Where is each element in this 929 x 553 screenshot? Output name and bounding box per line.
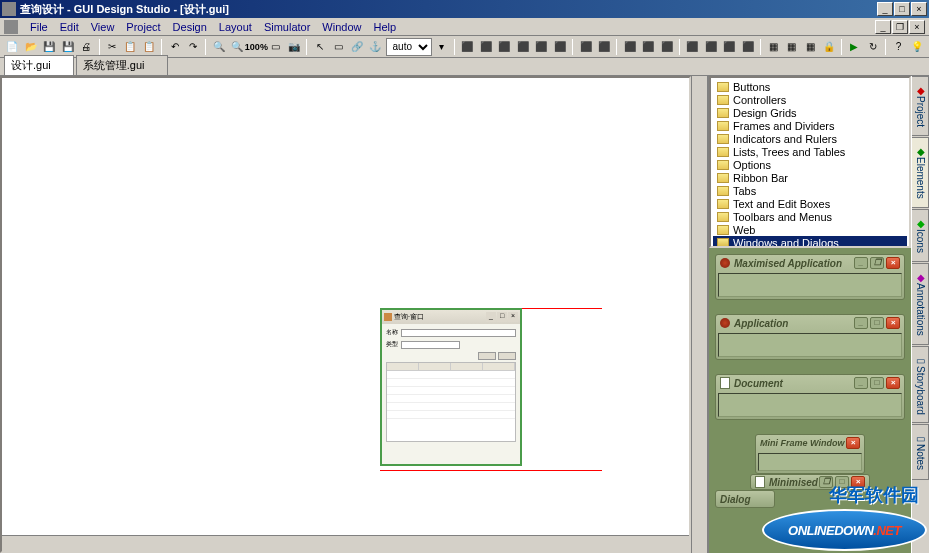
side-tab-elements[interactable]: ◆Elements	[912, 137, 929, 208]
menu-project[interactable]: Project	[120, 21, 166, 33]
preview-application[interactable]: Application _□×	[715, 314, 905, 360]
undo-button[interactable]: ↶	[166, 38, 183, 56]
design-min-button[interactable]: _	[486, 312, 496, 322]
snapshot-button[interactable]: 📷	[286, 38, 303, 56]
design-close-button[interactable]: ×	[508, 312, 518, 322]
lock-button[interactable]: 🔒	[821, 38, 838, 56]
close-button[interactable]: ×	[911, 2, 927, 16]
menu-window[interactable]: Window	[316, 21, 367, 33]
tree-toolbars[interactable]: Toolbars and Menus	[713, 210, 907, 223]
tree-design-grids[interactable]: Design Grids	[713, 106, 907, 119]
size-both-button[interactable]: ⬛	[658, 38, 675, 56]
align-middle-button[interactable]: ⬛	[533, 38, 550, 56]
ungroup-button[interactable]: ⬛	[702, 38, 719, 56]
zoom-100-button[interactable]: 100%	[247, 38, 265, 56]
tree-web[interactable]: Web	[713, 223, 907, 236]
align-top-button[interactable]: ⬛	[515, 38, 532, 56]
redo-button[interactable]: ↷	[185, 38, 202, 56]
zoom-out-button[interactable]: 🔍	[229, 38, 246, 56]
run-button[interactable]: ▶	[846, 38, 863, 56]
menu-design[interactable]: Design	[167, 21, 213, 33]
tree-windows[interactable]: Windows and Dialogs	[713, 236, 907, 248]
tab-sysmgmt[interactable]: 系统管理.gui	[76, 55, 168, 75]
tree-indicators[interactable]: Indicators and Rulers	[713, 132, 907, 145]
snap-button[interactable]: ▦	[784, 38, 801, 56]
side-tab-storyboard[interactable]: ▭Storyboard	[912, 346, 929, 424]
dropdown-button[interactable]: ▾	[434, 38, 451, 56]
select-button[interactable]: ▭	[330, 38, 347, 56]
mdi-restore-button[interactable]: ❐	[892, 20, 908, 34]
tree-tabs[interactable]: Tabs	[713, 184, 907, 197]
save-button[interactable]: 💾	[41, 38, 58, 56]
menu-help[interactable]: Help	[367, 21, 402, 33]
document-icon	[720, 377, 730, 389]
paste-button[interactable]: 📋	[141, 38, 158, 56]
group-button[interactable]: ⬛	[684, 38, 701, 56]
front-button[interactable]: ⬛	[721, 38, 738, 56]
grid-button[interactable]: ▦	[765, 38, 782, 56]
anchor-button[interactable]: ⚓	[367, 38, 384, 56]
minimize-button[interactable]: _	[877, 2, 893, 16]
v-scrollbar[interactable]	[691, 76, 707, 553]
side-tab-annotations[interactable]: ◆Annotations	[912, 263, 929, 345]
guides-button[interactable]: ▦	[802, 38, 819, 56]
side-tab-icons[interactable]: ◆Icons	[912, 209, 929, 262]
side-tab-notes[interactable]: ▭Notes	[912, 424, 929, 479]
new-button[interactable]: 📄	[4, 38, 21, 56]
design-canvas[interactable]: 查询·窗口 _ □ × 名称 类型	[0, 76, 691, 553]
h-scrollbar[interactable]	[2, 535, 689, 551]
about-button[interactable]: 💡	[909, 38, 926, 56]
align-left-button[interactable]: ⬛	[459, 38, 476, 56]
save-all-button[interactable]: 💾	[60, 38, 77, 56]
tree-controllers[interactable]: Controllers	[713, 93, 907, 106]
align-right-button[interactable]: ⬛	[496, 38, 513, 56]
pointer-button[interactable]: ↖	[311, 38, 328, 56]
tab-design[interactable]: 设计.gui	[4, 55, 74, 75]
guide-bottom	[380, 470, 602, 471]
preview-document[interactable]: Document _□×	[715, 374, 905, 420]
title-bar: 查询设计 - GUI Design Studio - [设计.gui] _ □ …	[0, 0, 929, 18]
help-button[interactable]: ?	[890, 38, 907, 56]
copy-button[interactable]: 📋	[122, 38, 139, 56]
tree-options[interactable]: Options	[713, 158, 907, 171]
target-icon	[720, 318, 730, 328]
open-button[interactable]: 📂	[23, 38, 40, 56]
mdi-close-button[interactable]: ×	[909, 20, 925, 34]
prev-min-icon: _	[854, 317, 868, 329]
tree-frames[interactable]: Frames and Dividers	[713, 119, 907, 132]
menu-file[interactable]: File	[24, 21, 54, 33]
cut-button[interactable]: ✂	[104, 38, 121, 56]
tree-buttons[interactable]: Buttons	[713, 80, 907, 93]
tree-lists[interactable]: Lists, Trees and Tables	[713, 145, 907, 158]
menu-layout[interactable]: Layout	[213, 21, 258, 33]
zoom-fit-button[interactable]: ▭	[267, 38, 284, 56]
prev-close-icon: ×	[846, 437, 860, 449]
menu-edit[interactable]: Edit	[54, 21, 85, 33]
align-center-button[interactable]: ⬛	[478, 38, 495, 56]
design-max-button[interactable]: □	[497, 312, 507, 322]
doc-icon	[4, 20, 18, 34]
menu-view[interactable]: View	[85, 21, 121, 33]
prev-restore-icon: ❐	[870, 257, 884, 269]
design-window[interactable]: 查询·窗口 _ □ × 名称 类型	[380, 308, 522, 466]
preview-mini-frame[interactable]: Mini Frame Window ×	[755, 434, 865, 474]
mode-combo[interactable]: auto	[386, 38, 432, 56]
side-tab-project[interactable]: ◆Project	[912, 76, 929, 136]
refresh-button[interactable]: ↻	[865, 38, 882, 56]
tree-text[interactable]: Text and Edit Boxes	[713, 197, 907, 210]
link-button[interactable]: 🔗	[349, 38, 366, 56]
zoom-in-button[interactable]: 🔍	[210, 38, 227, 56]
dist-h-button[interactable]: ⬛	[577, 38, 594, 56]
dist-v-button[interactable]: ⬛	[596, 38, 613, 56]
size-w-button[interactable]: ⬛	[621, 38, 638, 56]
maximize-button[interactable]: □	[894, 2, 910, 16]
tree-ribbon[interactable]: Ribbon Bar	[713, 171, 907, 184]
menu-simulator[interactable]: Simulator	[258, 21, 316, 33]
back-button[interactable]: ⬛	[740, 38, 757, 56]
preview-maximised-app[interactable]: Maximised Application _❐×	[715, 254, 905, 300]
print-button[interactable]: 🖨	[78, 38, 95, 56]
align-bottom-button[interactable]: ⬛	[552, 38, 569, 56]
size-h-button[interactable]: ⬛	[640, 38, 657, 56]
mdi-minimize-button[interactable]: _	[875, 20, 891, 34]
watermark: 华军软件园 ONLINEDOWN.NET	[759, 481, 927, 551]
